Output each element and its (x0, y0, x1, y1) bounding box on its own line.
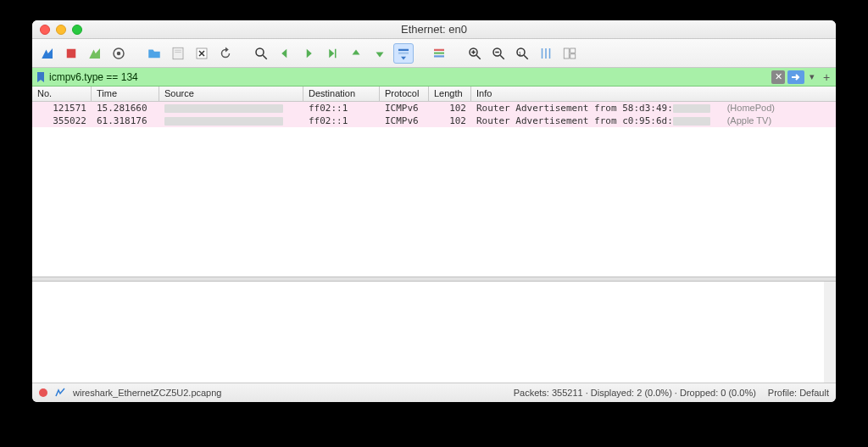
info-text: Router Advertisement from 58:d3:49: (476, 103, 673, 114)
titlebar: Ethernet: en0 (32, 20, 836, 39)
svg-line-20 (500, 55, 504, 59)
column-header-destination[interactable]: Destination (303, 87, 380, 101)
clear-filter-button[interactable]: ✕ (771, 70, 785, 84)
cell-info: Router Advertisement from 58:d3:49: (Hom… (471, 103, 836, 114)
go-to-packet-button[interactable] (322, 43, 342, 64)
svg-rect-29 (570, 48, 576, 53)
display-filter-input[interactable] (49, 71, 768, 83)
zoom-window-button[interactable] (72, 25, 82, 35)
svg-rect-11 (398, 52, 409, 53)
add-filter-button[interactable]: + (821, 70, 832, 84)
cell-destination: ff02::1 (303, 115, 380, 126)
device-annotation: (HomePod) (727, 103, 775, 113)
cell-source (159, 115, 303, 126)
column-header-no[interactable]: No. (32, 87, 92, 101)
status-bar: wireshark_EthernetZCZ5U2.pcapng Packets:… (32, 383, 836, 402)
display-filter-bar: ✕ ▾ + (32, 68, 836, 87)
reload-file-button[interactable] (215, 43, 236, 64)
main-toolbar: 1 (32, 39, 836, 68)
column-header-time[interactable]: Time (92, 87, 159, 101)
packet-list-pane: No. Time Source Destination Protocol Len… (32, 87, 836, 277)
capture-file-name[interactable]: wireshark_EthernetZCZ5U2.pcapng (73, 388, 221, 398)
zoom-in-button[interactable] (465, 43, 485, 64)
go-last-button[interactable] (370, 43, 390, 64)
svg-rect-30 (570, 53, 576, 58)
bookmark-icon[interactable] (36, 71, 46, 83)
cell-length: 102 (429, 103, 471, 114)
cell-protocol: ICMPv6 (380, 103, 429, 114)
svg-point-2 (117, 51, 121, 55)
svg-line-8 (263, 55, 267, 59)
traffic-lights (40, 25, 82, 35)
go-forward-button[interactable] (298, 43, 319, 64)
restart-capture-button[interactable] (85, 43, 105, 64)
capture-file-icon[interactable] (54, 387, 66, 399)
svg-text:1: 1 (519, 50, 522, 55)
packet-counts: Packets: 355211 · Displayed: 2 (0.0%) · … (514, 388, 756, 398)
cell-time: 15.281660 (92, 103, 159, 114)
packet-row[interactable]: 121571 15.281660 ff02::1 ICMPv6 102 Rout… (32, 102, 836, 115)
cell-info: Router Advertisement from c0:95:6d: (App… (471, 115, 836, 126)
info-text: Router Advertisement from c0:95:6d: (476, 115, 673, 126)
svg-rect-0 (67, 48, 76, 58)
svg-point-7 (256, 48, 264, 56)
svg-rect-3 (173, 47, 183, 59)
column-header-source[interactable]: Source (159, 87, 303, 101)
cell-source (159, 103, 303, 114)
column-header-info[interactable]: Info (471, 87, 836, 101)
packet-row[interactable]: 355022 61.318176 ff02::1 ICMPv6 102 Rout… (32, 115, 836, 127)
svg-rect-10 (398, 48, 409, 50)
window-title: Ethernet: en0 (32, 23, 836, 36)
stop-capture-button[interactable] (61, 43, 81, 64)
cell-destination: ff02::1 (303, 103, 380, 114)
start-capture-button[interactable] (37, 43, 58, 64)
find-packet-button[interactable] (251, 43, 271, 64)
svg-rect-14 (434, 55, 444, 57)
auto-scroll-button[interactable] (393, 43, 414, 64)
column-header-length[interactable]: Length (429, 87, 471, 101)
close-window-button[interactable] (40, 25, 50, 35)
save-file-button[interactable] (168, 43, 188, 64)
profile-label[interactable]: Profile: Default (768, 388, 829, 398)
zoom-reset-button[interactable]: 1 (512, 43, 532, 64)
packet-list-body[interactable]: 121571 15.281660 ff02::1 ICMPv6 102 Rout… (32, 102, 836, 277)
svg-rect-28 (564, 48, 569, 59)
zoom-out-button[interactable] (488, 43, 509, 64)
cell-length: 102 (429, 115, 471, 126)
colorize-button[interactable] (429, 43, 449, 64)
resize-columns-button[interactable] (536, 43, 556, 64)
open-file-button[interactable] (144, 43, 164, 64)
minimize-window-button[interactable] (56, 25, 66, 35)
packet-details-pane[interactable] (32, 282, 836, 383)
cell-no: 355022 (32, 115, 92, 126)
scrollbar[interactable] (824, 282, 836, 383)
go-first-button[interactable] (346, 43, 366, 64)
capture-options-button[interactable] (108, 43, 129, 64)
svg-line-16 (476, 55, 481, 59)
apply-filter-button[interactable] (787, 70, 804, 84)
svg-rect-12 (434, 48, 444, 50)
device-annotation: (Apple TV) (727, 115, 771, 126)
app-window: Ethernet: en0 (32, 20, 836, 402)
cell-no: 121571 (32, 103, 92, 114)
cell-protocol: ICMPv6 (380, 115, 429, 126)
column-header-protocol[interactable]: Protocol (380, 87, 429, 101)
svg-line-23 (524, 55, 528, 59)
svg-rect-13 (434, 52, 444, 53)
filter-history-dropdown[interactable]: ▾ (807, 70, 817, 84)
cell-time: 61.318176 (92, 115, 159, 126)
layout-button[interactable] (559, 43, 580, 64)
packet-list-header: No. Time Source Destination Protocol Len… (32, 87, 836, 102)
expert-info-indicator[interactable] (39, 388, 47, 397)
close-file-button[interactable] (192, 43, 212, 64)
go-back-button[interactable] (275, 43, 295, 64)
